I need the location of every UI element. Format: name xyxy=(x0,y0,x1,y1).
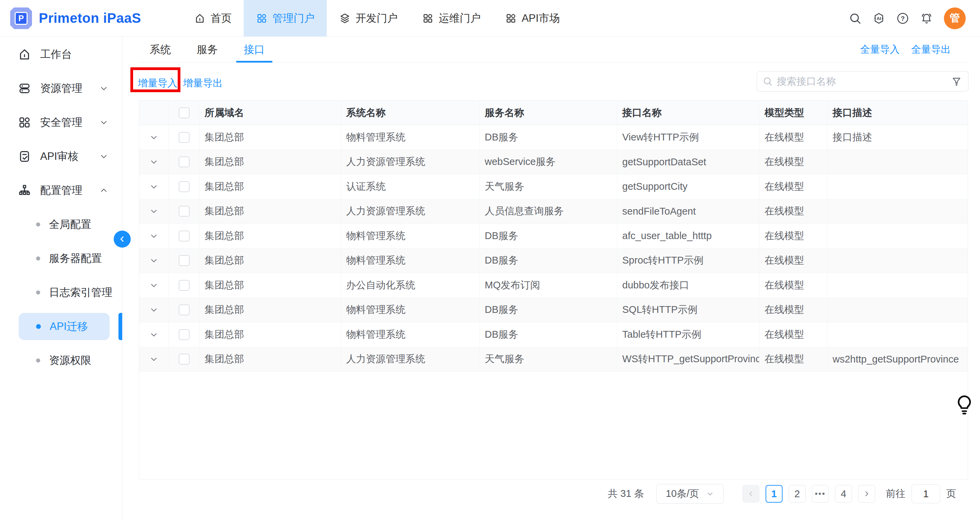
sidebar-subitem-log-index-mgmt[interactable]: 日志索引管理 xyxy=(0,276,122,309)
chevron-left-icon xyxy=(747,490,755,498)
cell-api: afc_user_table_htttp xyxy=(617,224,759,248)
cell-api: getSupportCity xyxy=(617,174,759,199)
row-checkbox[interactable] xyxy=(179,354,189,365)
prev-page-button[interactable] xyxy=(742,485,759,503)
nav-item-home[interactable]: 首页 xyxy=(182,0,244,36)
row-checkbox[interactable] xyxy=(179,157,189,167)
cell-system: 物料管理系统 xyxy=(341,298,480,322)
cell-desc: 接口描述 xyxy=(827,125,968,150)
table-row: 集团总部 认证系统 天气服务 getSupportCity 在线模型 xyxy=(139,174,968,199)
cell-domain: 集团总部 xyxy=(199,125,341,150)
expand-chevron-icon[interactable] xyxy=(149,354,159,364)
nav-item-dev-portal[interactable]: 开发门户 xyxy=(327,0,410,36)
sidebar-subitem-api-migration[interactable]: API迁移 xyxy=(0,309,122,344)
cell-system: 人力资源管理系统 xyxy=(341,199,480,224)
chevron-down-icon xyxy=(706,490,714,498)
expand-chevron-icon[interactable] xyxy=(149,206,159,216)
sidebar-subitem-resource-permission[interactable]: 资源权限 xyxy=(0,344,122,377)
row-checkbox[interactable] xyxy=(179,304,189,315)
row-checkbox[interactable] xyxy=(179,255,189,266)
page-button-1[interactable]: 1 xyxy=(765,485,783,503)
row-checkbox[interactable] xyxy=(179,206,189,217)
row-checkbox[interactable] xyxy=(179,280,189,291)
cell-domain: 集团总部 xyxy=(199,273,341,298)
search-icon[interactable] xyxy=(849,12,862,25)
cell-service: 天气服务 xyxy=(480,347,617,372)
page-button-2[interactable]: 2 xyxy=(789,485,806,503)
expand-cell xyxy=(139,273,169,298)
nav-item-admin-portal[interactable]: 管理门户 xyxy=(244,0,327,36)
sidebar-item-config-mgmt[interactable]: 配置管理 xyxy=(0,173,122,208)
ai-assistant-icon[interactable]: AI xyxy=(872,12,885,25)
total-count: 共 31 条 xyxy=(608,487,644,501)
full-import-link[interactable]: 全量导入 xyxy=(860,43,900,57)
expand-chevron-icon[interactable] xyxy=(149,305,159,315)
cell-system: 办公自动化系统 xyxy=(341,273,480,298)
row-checkbox[interactable] xyxy=(179,132,189,143)
expand-chevron-icon[interactable] xyxy=(149,231,159,241)
expand-chevron-icon[interactable] xyxy=(149,330,159,339)
expand-chevron-icon[interactable] xyxy=(149,182,159,192)
table-row: 集团总部 办公自动化系统 MQ发布订阅 dubbo发布接口 在线模型 xyxy=(139,273,968,298)
checkbox-cell xyxy=(169,174,199,199)
sidebar-item-api-audit[interactable]: API审核 xyxy=(0,140,122,173)
incremental-export-link[interactable]: 增量导出 xyxy=(183,76,223,90)
document-check-icon xyxy=(18,150,31,163)
cell-model: 在线模型 xyxy=(759,249,827,273)
filter-funnel-icon[interactable] xyxy=(951,76,962,87)
sidebar-item-label: 资源管理 xyxy=(40,81,83,95)
cell-system: 人力资源管理系统 xyxy=(341,347,480,372)
nav-label: 运维门户 xyxy=(438,11,480,25)
page-size-select[interactable]: 10条/页 xyxy=(656,484,724,504)
sidebar-item-resource-mgmt[interactable]: 资源管理 xyxy=(0,71,122,105)
search-input[interactable] xyxy=(777,76,948,87)
column-header-api: 接口名称 xyxy=(617,101,759,125)
sidebar-subitem-global-config[interactable]: 全局配置 xyxy=(0,208,122,241)
cell-service: webService服务 xyxy=(480,150,617,174)
sidebar-item-workbench[interactable]: 工作台 xyxy=(0,37,122,71)
notification-bell-icon[interactable] xyxy=(920,12,933,25)
sidebar-subitem-server-config[interactable]: 服务器配置 xyxy=(0,241,122,276)
table-row: 集团总部 物料管理系统 DB服务 afc_user_table_htttp 在线… xyxy=(139,224,968,249)
tab-service[interactable]: 服务 xyxy=(197,37,218,63)
sidebar-collapse-button[interactable] xyxy=(114,231,131,247)
org-tree-icon xyxy=(18,184,31,197)
tab-system[interactable]: 系统 xyxy=(150,37,171,63)
help-icon[interactable]: ? xyxy=(896,12,909,25)
cell-domain: 集团总部 xyxy=(199,249,341,273)
lightbulb-icon[interactable] xyxy=(955,394,974,416)
select-all-checkbox[interactable] xyxy=(179,108,189,118)
cell-desc xyxy=(827,174,968,199)
expand-chevron-icon[interactable] xyxy=(149,281,159,290)
row-checkbox[interactable] xyxy=(179,329,189,340)
user-avatar[interactable]: 管 xyxy=(944,8,966,29)
search-box xyxy=(757,71,969,92)
expand-chevron-icon[interactable] xyxy=(149,133,159,142)
bullet-dot-icon xyxy=(36,257,40,260)
cell-desc xyxy=(827,199,968,224)
cell-desc xyxy=(827,249,968,273)
goto-page-group: 前往 页 xyxy=(886,484,956,503)
page-ellipsis-button[interactable]: ••• xyxy=(812,485,829,503)
cell-desc: ws2http_getSupportProvince xyxy=(827,347,968,372)
row-checkbox[interactable] xyxy=(179,231,189,241)
nav-item-ops-portal[interactable]: 运维门户 xyxy=(410,0,493,36)
search-icon xyxy=(762,76,773,86)
row-checkbox[interactable] xyxy=(179,181,189,192)
next-page-button[interactable] xyxy=(858,485,875,503)
expand-chevron-icon[interactable] xyxy=(149,256,159,265)
expand-chevron-icon[interactable] xyxy=(149,157,159,166)
cell-api: View转HTTP示例 xyxy=(617,125,759,150)
goto-page-input[interactable] xyxy=(912,484,940,503)
page-button-4[interactable]: 4 xyxy=(835,485,852,503)
cell-model: 在线模型 xyxy=(759,273,827,298)
cell-api: dubbo发布接口 xyxy=(617,273,759,298)
sidebar-item-security-mgmt[interactable]: 安全管理 xyxy=(0,105,122,140)
full-export-link[interactable]: 全量导出 xyxy=(911,43,951,57)
nav-label: 开发门户 xyxy=(355,11,398,25)
bulk-links: 全量导入 全量导出 xyxy=(860,37,951,63)
tab-interface[interactable]: 接口 xyxy=(244,37,265,63)
table-row: 集团总部 物料管理系统 DB服务 Table转HTTP示例 在线模型 xyxy=(139,322,968,347)
nav-item-api-market[interactable]: API市场 xyxy=(493,0,572,36)
brand[interactable]: P Primeton iPaaS xyxy=(10,8,141,29)
